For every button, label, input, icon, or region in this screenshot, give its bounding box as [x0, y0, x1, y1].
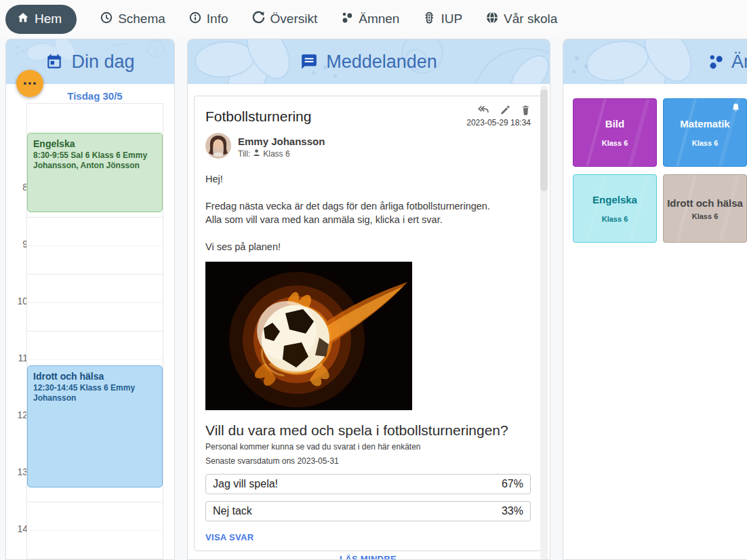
body-line: Alla som vill vara med kan anmäla sig, k… [205, 213, 531, 226]
amnen-panel: Ämnen Bild Klass 6 Matematik Klass 6 Eng… [563, 39, 747, 560]
tile-class: Klass 6 [692, 212, 719, 220]
subject-tile-idrott[interactable]: Idrott och hälsa Klass 6 [663, 174, 747, 243]
more-actions-button[interactable] [16, 70, 43, 97]
panel-title: Ämnen [731, 52, 747, 73]
hour-label: 12 [7, 409, 28, 420]
reply-all-icon[interactable] [477, 104, 489, 116]
tile-class: Klass 6 [692, 139, 719, 147]
din-dag-panel: Din dag Tisdag 30/5 8 9 10 11 12 13 14 1… [5, 39, 175, 560]
poll-option-no[interactable]: Nej tack 33% [205, 501, 531, 521]
poll-deadline: Senaste svarsdatum ons 2023-05-31 [205, 456, 531, 467]
sender-name: Emmy Johansson [238, 136, 325, 147]
show-answers-link[interactable]: VISA SVAR [205, 532, 254, 542]
amnen-header: Ämnen [563, 39, 747, 84]
avatar [205, 133, 231, 161]
refresh-icon [251, 10, 266, 28]
hour-label: 9 [7, 239, 28, 249]
traffic-light-icon [422, 11, 436, 28]
poll-option-label: Nej tack [213, 505, 252, 517]
info-icon [188, 11, 202, 28]
hour-label: 11 [7, 353, 28, 363]
nav-label: Vår skola [504, 12, 557, 26]
dots-icon [707, 53, 725, 71]
bell-icon [730, 102, 742, 117]
top-navigation: Hem Schema Info Översikt Ämnen IUP Vår s… [0, 0, 747, 38]
poll-option-label: Jag vill spela! [213, 478, 278, 490]
panel-title: Din dag [71, 52, 134, 73]
delete-icon[interactable] [521, 104, 531, 116]
message-subject: Fotbollsturnering [205, 104, 311, 125]
tile-name: Engelska [592, 194, 637, 206]
messages-list: Fotbollsturnering 2023-05-29 18:34 Emmy … [188, 84, 550, 560]
nav-item-amnen[interactable]: Ämnen [340, 11, 399, 28]
scrollbar-thumb[interactable] [540, 89, 548, 191]
message-body: Hej! Fredag nästa vecka är det dags för … [205, 172, 531, 254]
subject-tile-engelska[interactable]: Engelska Klass 6 [573, 174, 657, 243]
nav-label: Info [207, 12, 228, 26]
edit-icon[interactable] [500, 104, 510, 116]
read-less-link[interactable]: LÄS MINDRE [205, 554, 531, 560]
hour-label: 13 [7, 466, 28, 477]
poll-note: Personal kommer kunna se vad du svarat i… [205, 441, 531, 453]
to-recipient: Klass 6 [263, 149, 289, 159]
message-timestamp: 2023-05-29 18:34 [466, 118, 531, 127]
tile-class: Klass 6 [602, 139, 628, 147]
event-details: 12:30-14:45 Klass 6 Emmy Johansson [33, 383, 157, 403]
subject-tile-bild[interactable]: Bild Klass 6 [573, 98, 657, 167]
message-icon [300, 53, 318, 71]
hour-label: 10 [7, 296, 28, 306]
meddelanden-header: Meddelanden [188, 39, 550, 84]
event-title: Engelska [33, 138, 157, 149]
nav-item-var-skola[interactable]: Vår skola [485, 11, 557, 28]
tile-name: Matematik [680, 118, 729, 130]
calendar-event-idrott[interactable]: Idrott och hälsa 12:30-14:45 Klass 6 Emm… [27, 365, 163, 487]
dots-icon [340, 11, 354, 28]
tile-name: Bild [605, 118, 624, 130]
event-title: Idrott och hälsa [33, 371, 157, 382]
calendar-icon [45, 53, 63, 71]
day-calendar: Tisdag 30/5 8 9 10 11 12 13 14 15 16 Eng… [6, 84, 174, 560]
poll-option-percent: 33% [502, 505, 523, 517]
to-label: Till: [238, 149, 250, 159]
panel-title: Meddelanden [326, 52, 437, 73]
poll-option-percent: 67% [502, 478, 523, 490]
body-line: Fredag nästa vecka är det dags för den å… [205, 199, 531, 213]
nav-item-oversikt[interactable]: Översikt [251, 10, 318, 28]
nav-label: Hem [35, 12, 62, 26]
hour-label: 14 [7, 523, 28, 534]
poll-option-yes[interactable]: Jag vill spela! 67% [205, 474, 531, 494]
event-details: 8:30-9:55 Sal 6 Klass 6 Emmy Johansson, … [33, 151, 157, 171]
tile-name: Idrott och hälsa [667, 197, 743, 209]
nav-item-hem[interactable]: Hem [5, 5, 77, 34]
nav-label: Schema [118, 12, 165, 26]
message-card: Fotbollsturnering 2023-05-29 18:34 Emmy … [194, 96, 542, 551]
hour-label: 8 [7, 182, 28, 193]
subject-tile-matematik[interactable]: Matematik Klass 6 [663, 98, 747, 167]
nav-item-schema[interactable]: Schema [100, 11, 165, 28]
clock-icon [100, 11, 113, 28]
globe-icon [485, 11, 499, 28]
day-label: Tisdag 30/5 [26, 90, 163, 102]
home-icon [16, 11, 30, 28]
day-column: Engelska 8:30-9:55 Sal 6 Klass 6 Emmy Jo… [26, 103, 163, 560]
person-icon [252, 148, 261, 159]
nav-label: Ämnen [359, 12, 399, 26]
nav-label: IUP [441, 12, 462, 26]
nav-label: Översikt [270, 12, 318, 26]
calendar-event-engelska[interactable]: Engelska 8:30-9:55 Sal 6 Klass 6 Emmy Jo… [27, 133, 163, 212]
nav-item-iup[interactable]: IUP [422, 11, 462, 28]
nav-item-info[interactable]: Info [188, 11, 228, 28]
body-line: Hej! [205, 172, 531, 186]
meddelanden-panel: Meddelanden Fotbollsturnering 2023-05-29… [187, 39, 550, 560]
scrollbar-track[interactable] [540, 85, 548, 560]
poll-question: Vill du vara med och spela i fotbollstur… [205, 422, 531, 439]
tile-class: Klass 6 [602, 215, 628, 223]
flaming-soccer-ball-image [205, 262, 412, 410]
body-line: Vi ses på planen! [205, 240, 531, 254]
subject-tiles: Bild Klass 6 Matematik Klass 6 Engelska … [563, 84, 747, 560]
